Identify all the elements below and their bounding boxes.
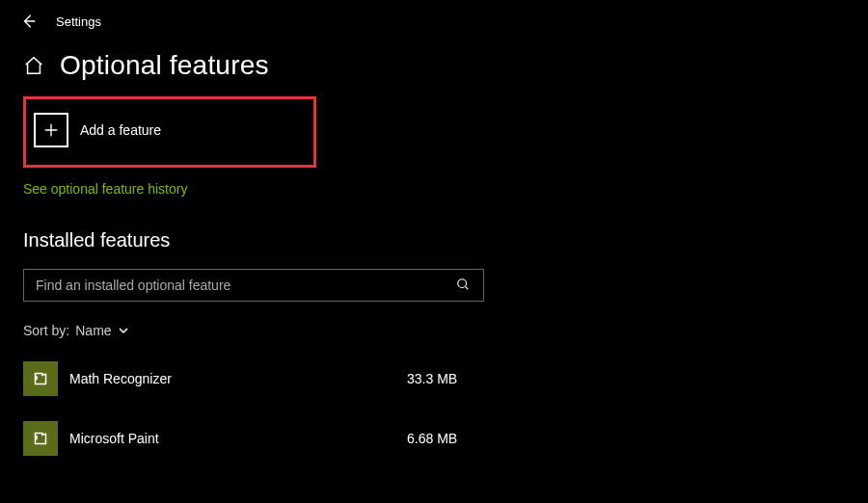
feature-size: 6.68 MB: [407, 431, 484, 446]
section-title: Installed features: [23, 229, 845, 252]
feature-name: Math Recognizer: [69, 371, 395, 386]
page-title: Optional features: [60, 50, 269, 81]
search-icon: [456, 278, 472, 293]
feature-item[interactable]: Math Recognizer 33.3 MB: [23, 356, 484, 402]
gear-puzzle-icon: [23, 421, 58, 456]
search-input[interactable]: [36, 278, 456, 293]
app-title: Settings: [56, 14, 101, 29]
add-feature-highlight: Add a feature: [23, 96, 316, 168]
chevron-down-icon: [118, 325, 129, 336]
sort-value: Name: [75, 323, 111, 338]
history-link[interactable]: See optional feature history: [23, 181, 187, 197]
plus-icon: [34, 113, 68, 147]
home-icon[interactable]: [23, 55, 44, 76]
feature-size: 33.3 MB: [407, 371, 484, 386]
sort-prefix: Sort by:: [23, 323, 69, 338]
feature-item[interactable]: Microsoft Paint 6.68 MB: [23, 415, 484, 462]
svg-point-0: [458, 279, 467, 288]
add-feature-button[interactable]: Add a feature: [34, 113, 306, 147]
sort-dropdown[interactable]: Sort by: Name: [23, 323, 129, 338]
search-box[interactable]: [23, 269, 484, 302]
back-button[interactable]: [19, 12, 39, 31]
add-feature-label: Add a feature: [80, 122, 161, 138]
feature-name: Microsoft Paint: [69, 431, 395, 446]
gear-puzzle-icon: [23, 361, 58, 396]
